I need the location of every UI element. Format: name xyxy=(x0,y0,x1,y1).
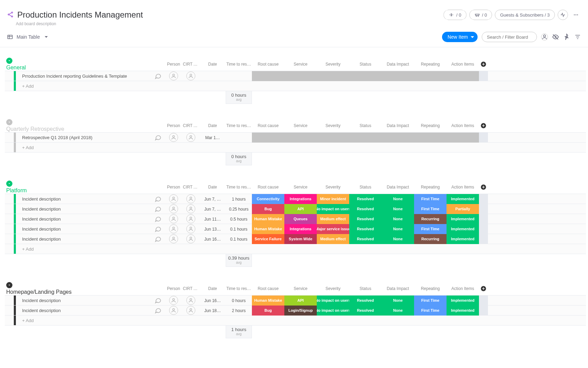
add-row[interactable]: + Add xyxy=(5,316,586,326)
status-cell[interactable] xyxy=(447,71,479,81)
status-cell[interactable]: Medium effect xyxy=(317,234,349,244)
conversation-icon[interactable] xyxy=(151,195,165,202)
cirt-avatar[interactable] xyxy=(186,234,195,243)
conversation-icon[interactable] xyxy=(151,215,165,222)
add-column-button[interactable] xyxy=(479,60,488,68)
conversation-icon[interactable] xyxy=(151,235,165,242)
status-cell[interactable]: Bug xyxy=(252,204,284,214)
status-cell[interactable] xyxy=(414,133,447,143)
date-cell[interactable]: Jun 13… xyxy=(199,226,226,232)
status-cell[interactable]: Bug xyxy=(252,306,284,316)
date-cell[interactable]: Jun 7, … xyxy=(199,206,226,212)
date-cell[interactable]: Jun 7, … xyxy=(199,196,226,202)
status-cell[interactable]: Resolved xyxy=(349,214,382,224)
add-column-button[interactable] xyxy=(479,285,488,292)
status-cell[interactable]: Resolved xyxy=(349,296,382,306)
status-cell[interactable]: No impact on users xyxy=(317,204,349,214)
col-impact[interactable]: Data Impact xyxy=(382,185,414,190)
row-name[interactable]: Incident description xyxy=(5,236,151,242)
person-avatar[interactable] xyxy=(169,224,178,233)
status-cell[interactable]: Login/Signup xyxy=(284,306,317,316)
add-row[interactable]: + Add xyxy=(5,244,586,254)
pin-button[interactable] xyxy=(563,33,570,40)
status-cell[interactable]: Integrations xyxy=(284,224,317,234)
status-cell[interactable]: First Time xyxy=(414,204,447,214)
status-cell[interactable]: Minor incident xyxy=(317,194,349,204)
status-cell[interactable] xyxy=(414,71,447,81)
col-service[interactable]: Service xyxy=(284,185,317,190)
automation-count-pill[interactable]: / 0 xyxy=(469,10,492,20)
col-cirt[interactable]: CIRT As… xyxy=(182,62,199,67)
col-service[interactable]: Service xyxy=(284,286,317,291)
status-cell[interactable]: None xyxy=(382,224,414,234)
table-row[interactable]: Incident description Jun 18… 2 hours Bug… xyxy=(5,306,586,316)
status-cell[interactable]: None xyxy=(382,306,414,316)
date-cell[interactable]: Jun 16… xyxy=(199,236,226,242)
status-cell[interactable]: Integrations xyxy=(284,194,317,204)
col-root[interactable]: Root cause xyxy=(252,123,284,128)
status-cell[interactable]: Implemented xyxy=(447,214,479,224)
status-cell[interactable] xyxy=(382,133,414,143)
cirt-avatar[interactable] xyxy=(186,194,195,203)
status-cell[interactable]: First Time xyxy=(414,194,447,204)
add-row[interactable]: + Add xyxy=(5,81,586,91)
time-cell[interactable]: 0.5 hours xyxy=(226,216,252,222)
col-person[interactable]: Person xyxy=(165,286,182,291)
col-impact[interactable]: Data Impact xyxy=(382,62,414,67)
cirt-avatar[interactable] xyxy=(186,204,195,213)
table-row[interactable]: Incident description Jun 13… 0.1 hours H… xyxy=(5,224,586,234)
col-time[interactable]: Time to reso… xyxy=(226,123,252,128)
table-row[interactable]: Incident description Jun 16… 0.1 hours S… xyxy=(5,234,586,244)
col-time[interactable]: Time to reso… xyxy=(226,62,252,67)
col-cirt[interactable]: CIRT As… xyxy=(182,123,199,128)
status-cell[interactable] xyxy=(252,133,284,143)
col-status[interactable]: Status xyxy=(349,185,382,190)
col-person[interactable]: Person xyxy=(165,185,182,190)
status-cell[interactable] xyxy=(447,133,479,143)
status-cell[interactable]: Resolved xyxy=(349,194,382,204)
person-avatar[interactable] xyxy=(169,204,178,213)
status-cell[interactable]: Implemented xyxy=(447,306,479,316)
person-avatar[interactable] xyxy=(169,71,178,80)
col-cirt[interactable]: CIRT As… xyxy=(182,185,199,190)
status-cell[interactable]: Resolved xyxy=(349,306,382,316)
add-row[interactable]: + Add xyxy=(5,143,586,153)
status-cell[interactable] xyxy=(284,133,317,143)
status-cell[interactable] xyxy=(317,71,349,81)
conversation-icon[interactable] xyxy=(151,134,165,141)
time-cell[interactable]: 1 hours xyxy=(226,196,252,202)
col-service[interactable]: Service xyxy=(284,62,317,67)
col-person[interactable]: Person xyxy=(165,62,182,67)
time-cell[interactable]: 0.25 hours xyxy=(226,206,252,212)
group-title[interactable]: Platform xyxy=(6,187,151,194)
row-name[interactable]: Prroduction Incident reporting Guideline… xyxy=(5,74,151,79)
col-person[interactable]: Person xyxy=(165,123,182,128)
table-row[interactable]: Retrospective Q1 2018 (April 2018) Mar 1… xyxy=(5,133,586,143)
activity-log-button[interactable] xyxy=(558,10,568,20)
col-status[interactable]: Status xyxy=(349,123,382,128)
status-cell[interactable]: None xyxy=(382,214,414,224)
col-date[interactable]: Date xyxy=(199,286,226,291)
date-cell[interactable]: Jun 18… xyxy=(199,308,226,313)
cirt-avatar[interactable] xyxy=(186,296,195,305)
status-cell[interactable]: No impact on users xyxy=(317,306,349,316)
status-cell[interactable]: Service Failure xyxy=(252,234,284,244)
person-avatar[interactable] xyxy=(169,133,178,142)
group-title[interactable]: Homepage/Landing Pages xyxy=(6,289,151,295)
col-status[interactable]: Status xyxy=(349,286,382,291)
board-description[interactable]: Add board description xyxy=(16,21,581,26)
col-date[interactable]: Date xyxy=(199,62,226,67)
status-cell[interactable]: Implemented xyxy=(447,234,479,244)
col-date[interactable]: Date xyxy=(199,185,226,190)
row-name[interactable]: Incident description xyxy=(5,226,151,232)
view-selector[interactable]: Main Table xyxy=(7,34,49,40)
col-root[interactable]: Root cause xyxy=(252,185,284,190)
col-date[interactable]: Date xyxy=(199,123,226,128)
col-action[interactable]: Action Items xyxy=(447,185,479,190)
status-cell[interactable] xyxy=(284,71,317,81)
col-root[interactable]: Root cause xyxy=(252,286,284,291)
table-row[interactable]: Prroduction Incident reporting Guideline… xyxy=(5,71,586,81)
col-action[interactable]: Action Items xyxy=(447,62,479,67)
status-cell[interactable] xyxy=(317,133,349,143)
status-cell[interactable]: Major service issue xyxy=(317,224,349,234)
